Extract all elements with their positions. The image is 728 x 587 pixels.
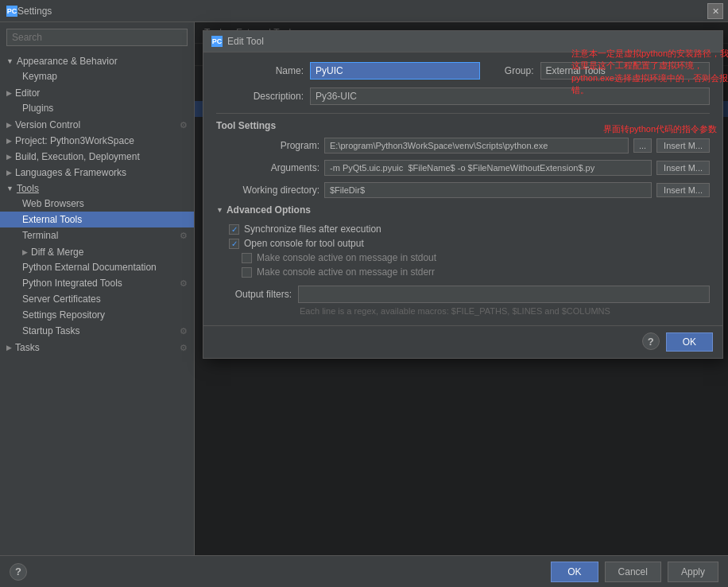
edit-tool-dialog: PC Edit Tool Name: Group: Description:: [203, 30, 723, 359]
make-console-stderr-checkbox[interactable]: [242, 267, 252, 278]
name-row: Name: Group:: [216, 62, 710, 80]
sidebar-item-languages[interactable]: ▶ Languages & Frameworks: [0, 164, 194, 180]
sidebar-item-label: Python Integrated Tools: [22, 278, 122, 289]
sidebar-item-label: Settings Repository: [22, 309, 105, 321]
sync-files-label: Synchronize files after execution: [244, 224, 381, 235]
output-filters-label: Output filters:: [216, 289, 292, 300]
description-label: Description:: [216, 91, 304, 102]
sidebar-item-terminal[interactable]: Terminal ⚙: [0, 227, 194, 243]
close-button[interactable]: ✕: [707, 3, 723, 19]
sidebar-item-label: Diff & Merge: [31, 247, 83, 258]
expand-icon: ▼: [6, 185, 14, 192]
description-input[interactable]: [310, 87, 710, 105]
sidebar-item-appearance-behavior[interactable]: ▼ Appearance & Behavior: [0, 52, 194, 68]
sidebar-item-label: Server Certificates: [22, 294, 101, 305]
cancel-button[interactable]: Cancel: [605, 562, 661, 582]
tasks-icon: ⚙: [180, 343, 188, 353]
sidebar-item-startup-tasks[interactable]: Startup Tasks ⚙: [0, 323, 194, 339]
terminal-icon: ⚙: [180, 231, 188, 241]
main-layout: ▼ Appearance & Behavior Keymap ▶ Editor …: [0, 22, 728, 555]
sidebar-item-editor[interactable]: ▶ Editor: [0, 84, 194, 100]
sidebar-item-label: Web Browsers: [22, 198, 84, 209]
dialog-title: Edit Tool: [227, 36, 264, 47]
arguments-input[interactable]: [324, 160, 652, 176]
sidebar-item-label: Startup Tasks: [22, 325, 79, 336]
dialog-body: Name: Group: Description: Tool Settings: [203, 52, 722, 325]
ok-button[interactable]: OK: [551, 562, 598, 582]
sync-files-checkbox[interactable]: [229, 224, 239, 235]
sidebar-item-label: Python External Documentation: [22, 262, 157, 273]
dialog-overlay: PC Edit Tool Name: Group: Description:: [195, 22, 728, 555]
sidebar-item-label: Keymap: [22, 71, 57, 82]
dialog-help-button[interactable]: ?: [642, 332, 660, 350]
sidebar-item-build[interactable]: ▶ Build, Execution, Deployment: [0, 148, 194, 164]
sidebar-item-server-certs[interactable]: Server Certificates: [0, 291, 194, 307]
tool-settings-label: Tool Settings: [216, 120, 710, 131]
sidebar-item-python-external-docs[interactable]: Python External Documentation: [0, 259, 194, 275]
dialog-icon: PC: [211, 36, 223, 47]
expand-icon: ▶: [6, 344, 12, 352]
sidebar-item-keymap[interactable]: Keymap: [0, 68, 194, 84]
expand-icon: ▼: [6, 57, 14, 65]
sidebar-item-tools[interactable]: ▼ Tools: [0, 180, 194, 196]
output-filters-input[interactable]: [298, 286, 710, 303]
group-label: Group:: [486, 65, 534, 76]
sidebar-item-project[interactable]: ▶ Project: Python3WorkSpace: [0, 132, 194, 148]
expand-icon: ▶: [6, 121, 12, 129]
bottom-right: OK Cancel Apply: [551, 562, 718, 582]
content-area: Tools › External Tools + − ✎ ▲ ▼ ❐ ▼ Ext…: [195, 22, 728, 555]
sidebar-item-tasks[interactable]: ▶ Tasks ⚙: [0, 339, 194, 355]
sidebar-item-label: External Tools: [22, 214, 82, 225]
make-console-stdout-checkbox[interactable]: [242, 253, 252, 263]
sidebar-item-web-browsers[interactable]: Web Browsers: [0, 196, 194, 212]
expand-icon: ▶: [6, 169, 12, 177]
make-console-stdout-label: Make console active on message in stdout: [257, 252, 436, 263]
program-input[interactable]: [324, 138, 629, 154]
help-button[interactable]: ?: [10, 563, 27, 581]
python-integrated-icon: ⚙: [180, 278, 188, 289]
sidebar-item-label: Terminal: [22, 230, 58, 241]
group-input[interactable]: [540, 62, 711, 80]
sidebar-item-label: Project: Python3WorkSpace: [15, 135, 134, 146]
sidebar-item-label: Plugins: [22, 103, 53, 114]
make-console-stderr-label: Make console active on message in stderr: [257, 266, 435, 278]
sidebar-item-label: Version Control: [15, 119, 80, 130]
make-console-stderr-row: Make console active on message in stderr: [216, 265, 710, 279]
open-console-row: Open console for tool output: [216, 236, 710, 251]
bottom-bar: ? OK Cancel Apply: [0, 555, 728, 587]
working-directory-input[interactable]: [324, 182, 652, 198]
startup-tasks-icon: ⚙: [180, 326, 188, 336]
program-insert-button[interactable]: Insert M...: [656, 138, 710, 153]
sidebar-item-settings-repo[interactable]: Settings Repository: [0, 307, 194, 323]
dialog-footer: ? OK: [203, 325, 722, 358]
sidebar-item-version-control[interactable]: ▶ Version Control ⚙: [0, 116, 194, 132]
expand-icon: ▶: [22, 248, 28, 256]
program-browse-button[interactable]: ...: [633, 138, 652, 153]
bottom-left: ?: [10, 563, 27, 581]
sidebar-item-label: Languages & Frameworks: [15, 167, 126, 178]
sidebar-item-label: Appearance & Behavior: [17, 56, 118, 67]
expand-icon: ▶: [6, 137, 12, 145]
sidebar-item-diff-merge[interactable]: ▶ Diff & Merge: [0, 243, 194, 259]
open-console-label: Open console for tool output: [244, 238, 364, 249]
open-console-checkbox[interactable]: [229, 239, 239, 249]
dialog-ok-button[interactable]: OK: [666, 332, 713, 352]
name-input[interactable]: [310, 62, 480, 80]
version-control-icon: ⚙: [180, 120, 188, 130]
apply-button[interactable]: Apply: [668, 562, 718, 582]
search-input[interactable]: [6, 29, 188, 46]
advanced-options-header[interactable]: ▼ Advanced Options: [216, 204, 710, 216]
working-directory-insert-button[interactable]: Insert M...: [656, 183, 710, 197]
sidebar-item-python-integrated[interactable]: Python Integrated Tools ⚙: [0, 275, 194, 291]
sidebar-item-plugins[interactable]: Plugins: [0, 100, 194, 116]
working-directory-label: Working directory:: [216, 185, 319, 196]
arguments-insert-button[interactable]: Insert M...: [656, 161, 710, 175]
title-bar: PC Settings ✕: [0, 0, 728, 22]
window-title: Settings: [17, 6, 52, 17]
advanced-section: ▼ Advanced Options Synchronize files aft…: [216, 204, 710, 316]
output-hint: Each line is a regex, available macros: …: [216, 306, 710, 316]
sync-files-row: Synchronize files after execution: [216, 222, 710, 236]
sidebar-item-external-tools[interactable]: External Tools: [0, 212, 194, 227]
sidebar-item-label: Tools: [17, 183, 39, 194]
sidebar-item-label: Build, Execution, Deployment: [15, 151, 140, 162]
